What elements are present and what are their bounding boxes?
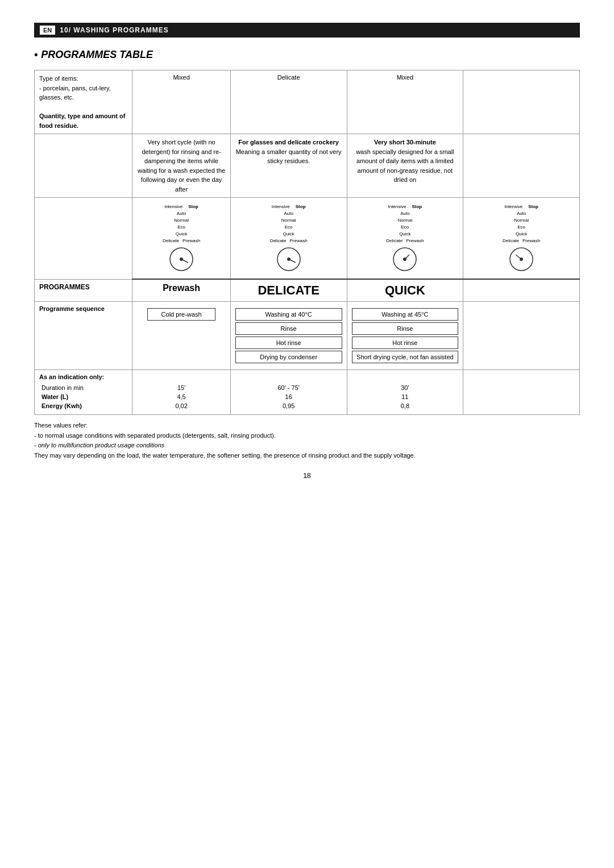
quick-seq-2: Rinse [352, 322, 459, 335]
svg-line-2 [181, 259, 188, 263]
quick-water: 11 [353, 393, 458, 401]
prewash-description: Very short cycle (with no detergent) for… [132, 134, 230, 198]
type-col-header: Type of items: - porcelain, pans, cut-le… [35, 70, 132, 134]
prewash-water: 4,5 [138, 393, 224, 401]
quick-type-header: Mixed [347, 70, 463, 134]
empty-dial-cell [35, 198, 132, 280]
svg-line-8 [405, 255, 409, 259]
quick-dial-icon [391, 246, 418, 273]
prewash-name-cell: Prewash [132, 279, 230, 302]
delicate-stats: 60' - 75' 16 0,95 [235, 383, 342, 411]
quick-dial-cell: Intensive Stop Auto Normal Eco Quick Del… [347, 198, 463, 280]
quick-seq-4: Short drying cycle, not fan assisted [352, 351, 459, 363]
quick-stats-cell: 30' 11 0,8 [347, 370, 463, 415]
footnote-1: These values refer: [34, 421, 580, 431]
quick-seq-1: Washing at 45°C [352, 308, 459, 321]
delicate-dial-cell: Intensive Stop Auto Normal Eco Quick Del… [230, 198, 347, 280]
prewash-dial-icon [168, 246, 195, 273]
prewash-stats: 15' 4,5 0,02 [137, 383, 225, 411]
programmes-table: Type of items: - porcelain, pans, cut-le… [34, 70, 580, 415]
page-number: 18 [34, 472, 580, 480]
duration-label: Duration in min [40, 384, 126, 392]
footnote-3: - only to multifunction product usage co… [34, 441, 580, 451]
fourth-name-cell [463, 279, 580, 302]
quick-seq-3: Hot rinse [352, 337, 459, 349]
section-title: 10/ WASHING PROGRAMMES [60, 26, 168, 34]
quick-energy: 0,8 [353, 402, 458, 410]
prewash-dial-cell: Intensive Stop Auto Normal Eco Quick Del… [132, 198, 230, 280]
quick-stats: 30' 11 0,8 [352, 383, 459, 411]
quick-duration: 30' [353, 384, 458, 392]
footnote-4: They may vary depending on the load, the… [34, 451, 580, 461]
bullet-icon: • [34, 49, 38, 60]
delicate-type-header: Delicate [230, 70, 347, 134]
fourth-dial-cell: Intensive Stop Auto Normal Eco Quick Del… [463, 198, 580, 280]
delicate-seq-1: Washing at 40°C [235, 308, 342, 321]
delicate-sequence-cell: Washing at 40°C Rinse Hot rinse Drying b… [230, 302, 347, 370]
delicate-seq-3: Hot rinse [235, 337, 342, 349]
sequence-label-cell: Programme sequence [35, 302, 132, 370]
delicate-stats-cell: 60' - 75' 16 0,95 [230, 370, 347, 415]
delicate-energy: 0,95 [237, 402, 341, 410]
delicate-seq-4: Drying by condenser [235, 351, 342, 363]
prewash-sequence-cell: Cold pre-wash [132, 302, 230, 370]
footnotes: These values refer: - to normal usage co… [34, 421, 580, 460]
energy-label: Energy (Kwh) [40, 402, 126, 410]
delicate-name-cell: DELICATE [230, 279, 347, 302]
delicate-description: For glasses and delicate crockery Meanin… [230, 134, 347, 198]
fourth-dial-icon [508, 246, 535, 273]
delicate-dial-icon [275, 246, 302, 273]
prewash-energy: 0,02 [138, 402, 224, 410]
stats-labels: Duration in min Water (L) Energy (Kwh) [39, 383, 127, 411]
delicate-water: 16 [237, 393, 341, 401]
en-label: EN [40, 26, 55, 35]
svg-line-5 [289, 259, 296, 263]
quick-name-cell: QUICK [347, 279, 463, 302]
fourth-type-header [463, 70, 580, 134]
prewash-type-header: Mixed [132, 70, 230, 134]
prewash-seq-1: Cold pre-wash [147, 308, 215, 321]
indication-label-cell: As an indication only: Duration in min W… [35, 370, 132, 415]
fourth-stats-cell [463, 370, 580, 415]
prewash-duration: 15' [138, 384, 224, 392]
header-bar: EN 10/ WASHING PROGRAMMES [34, 23, 580, 38]
quick-sequence-cell: Washing at 45°C Rinse Hot rinse Short dr… [347, 302, 463, 370]
footnote-2: - to normal usage conditions with separa… [34, 431, 580, 441]
empty-desc-cell [35, 134, 132, 198]
water-label: Water (L) [40, 393, 126, 401]
fourth-sequence-cell [463, 302, 580, 370]
svg-line-11 [516, 255, 521, 259]
page-title: •PROGRAMMES TABLE [34, 49, 580, 61]
quick-description: Very short 30-minute wash specially desi… [347, 134, 463, 198]
delicate-seq-2: Rinse [235, 322, 342, 335]
fourth-description [463, 134, 580, 198]
prewash-stats-cell: 15' 4,5 0,02 [132, 370, 230, 415]
programmes-label-cell: PROGRAMMES [35, 279, 132, 302]
delicate-duration: 60' - 75' [237, 384, 341, 392]
